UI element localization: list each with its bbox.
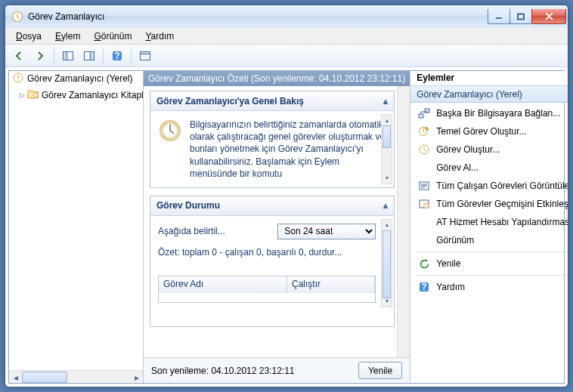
refresh-icon bbox=[418, 258, 430, 270]
view-icon bbox=[418, 234, 430, 246]
vertical-scrollbar[interactable] bbox=[397, 86, 410, 357]
action-label: Yenile bbox=[436, 258, 568, 269]
action-label: AT Hizmet Hesabı Yapılandırması bbox=[436, 217, 568, 227]
action-view[interactable]: Görünüm▶ bbox=[410, 231, 568, 249]
close-button[interactable] bbox=[531, 9, 566, 24]
status-period-select[interactable]: Son 24 saat bbox=[277, 224, 376, 239]
actions-group-label: Görev Zamanlayıcı (Yerel) bbox=[417, 89, 522, 100]
help-icon: ? bbox=[418, 281, 430, 293]
svg-text:?: ? bbox=[422, 282, 427, 292]
basic-icon bbox=[418, 125, 430, 137]
menu-view[interactable]: Görünüm bbox=[88, 29, 138, 43]
status-summary: Özet: toplam 0 - çalışan 0, başarılı 0, … bbox=[158, 247, 376, 258]
status-label: Aşağıda belirtil... bbox=[158, 226, 271, 236]
action-label: Tüm Çalışan Görevleri Görüntüle bbox=[436, 181, 568, 191]
collapse-icon[interactable]: ▴ bbox=[383, 200, 388, 211]
titlebar: Görev Zamanlayıcı bbox=[5, 5, 568, 28]
collapse-icon[interactable]: ▴ bbox=[383, 96, 388, 106]
scroll-right-icon[interactable]: ▸ bbox=[130, 371, 143, 384]
tree-root[interactable]: Görev Zamanlayıcı (Yerel) bbox=[9, 71, 143, 86]
minimize-button[interactable] bbox=[488, 9, 510, 24]
connect-icon bbox=[418, 107, 430, 119]
action-at[interactable]: AT Hizmet Hesabı Yapılandırması bbox=[410, 213, 568, 231]
window-buttons bbox=[488, 9, 566, 24]
tree-item-library[interactable]: ▷ Görev Zamanlayıcı Kitaplığı bbox=[9, 86, 143, 103]
overview-text: Bilgisayarınızın belirttiğiniz zamanlard… bbox=[190, 119, 386, 180]
refresh-button[interactable]: Yenile bbox=[358, 362, 402, 379]
summary-footer: Son yenileme: 04.10.2012 23:12:11 Yenile bbox=[144, 357, 410, 383]
overview-title: Görev Zamanlayıcı'ya Genel Bakış bbox=[156, 96, 304, 106]
toolbar-separator bbox=[103, 48, 104, 64]
actions-pane: Eylemler Görev Zamanlayıcı (Yerel) ▴ Baş… bbox=[410, 71, 568, 383]
scroll-down-icon[interactable]: ▾ bbox=[382, 296, 392, 307]
svg-rect-14 bbox=[419, 114, 423, 118]
summary-pane: Görev Zamanlayıcı Özeti (Son yenilenme: … bbox=[144, 71, 410, 383]
action-basic[interactable]: Temel Görev Oluştur... bbox=[410, 122, 568, 140]
svg-rect-3 bbox=[63, 51, 67, 60]
scroll-down-icon[interactable]: ▾ bbox=[382, 173, 392, 184]
scroll-thumb[interactable] bbox=[22, 372, 67, 383]
actions-separator bbox=[417, 275, 568, 276]
horizontal-scrollbar[interactable]: ◂ ▸ bbox=[9, 370, 143, 383]
scroll-left-icon[interactable]: ◂ bbox=[9, 371, 22, 384]
forward-button[interactable] bbox=[31, 47, 49, 65]
properties-button[interactable] bbox=[136, 47, 154, 65]
actions-separator bbox=[417, 252, 568, 252]
action-running[interactable]: Tüm Çalışan Görevleri Görüntüle bbox=[410, 177, 568, 195]
menu-help[interactable]: Yardım bbox=[139, 29, 180, 43]
scroll-thumb[interactable] bbox=[383, 230, 391, 298]
col-run[interactable]: Çalıştır bbox=[287, 276, 375, 293]
svg-rect-5 bbox=[91, 51, 94, 60]
toolbar-separator bbox=[54, 48, 54, 64]
app-window: Görev Zamanlayıcı Dosya Eylem Görünüm Ya… bbox=[5, 5, 568, 387]
maximize-button[interactable] bbox=[510, 9, 532, 24]
action-label: Temel Görev Oluştur... bbox=[436, 126, 568, 137]
help-button[interactable]: ? bbox=[108, 47, 126, 65]
status-panel: Görev Durumu ▴ Aşağıda belirtil... Son 2… bbox=[150, 196, 395, 327]
menu-file[interactable]: Dosya bbox=[10, 29, 48, 43]
create-icon bbox=[418, 144, 430, 156]
svg-rect-9 bbox=[141, 51, 150, 54]
col-task-name[interactable]: Görev Adı bbox=[159, 276, 287, 293]
toolbar: ? bbox=[5, 45, 568, 67]
app-icon bbox=[11, 11, 23, 23]
back-button[interactable] bbox=[10, 47, 28, 65]
scroll-up-icon[interactable]: ▴ bbox=[382, 115, 392, 125]
action-label: Görev Al... bbox=[436, 162, 568, 173]
panel-scrollbar[interactable]: ▴ ▾ bbox=[381, 219, 392, 307]
status-panel-header[interactable]: Görev Durumu ▴ bbox=[150, 196, 394, 216]
panel-scrollbar[interactable]: ▴ ▾ bbox=[381, 114, 392, 184]
clock-icon bbox=[12, 72, 24, 86]
action-refresh[interactable]: Yenile bbox=[410, 255, 568, 273]
task-grid: Görev Adı Çalıştır bbox=[158, 276, 376, 303]
overview-panel-header[interactable]: Görev Zamanlayıcı'ya Genel Bakış ▴ bbox=[150, 91, 394, 111]
action-help[interactable]: ?Yardım bbox=[410, 278, 568, 296]
running-icon bbox=[418, 180, 430, 192]
action-history[interactable]: Tüm Görevler Geçmişini Etkinleştir bbox=[410, 195, 568, 213]
actions-group-header[interactable]: Görev Zamanlayıcı (Yerel) ▴ bbox=[410, 86, 568, 103]
scroll-up-icon[interactable]: ▴ bbox=[382, 220, 392, 230]
main-splitter: Görev Zamanlayıcı (Yerel) ▷ Görev Zamanl… bbox=[8, 70, 565, 384]
history-icon bbox=[418, 198, 430, 210]
svg-text:?: ? bbox=[114, 51, 119, 61]
action-label: Görünüm bbox=[436, 235, 565, 245]
action-import[interactable]: Görev Al... bbox=[410, 159, 568, 177]
expand-icon[interactable]: ▷ bbox=[20, 91, 25, 99]
menubar: Dosya Eylem Görünüm Yardım bbox=[5, 28, 568, 45]
actions-list: Başka Bir Bilgisayara Bağlan...Temel Gör… bbox=[410, 103, 568, 383]
scroll-thumb[interactable] bbox=[383, 125, 391, 148]
show-hide-actions-button[interactable] bbox=[80, 47, 98, 65]
svg-rect-1 bbox=[518, 14, 524, 19]
menu-action[interactable]: Eylem bbox=[49, 29, 86, 43]
folder-icon bbox=[27, 88, 39, 102]
summary-scroll: Görev Zamanlayıcı'ya Genel Bakış ▴ Bilgi… bbox=[144, 86, 410, 357]
overview-body: Bilgisayarınızın belirttiğiniz zamanlard… bbox=[150, 111, 394, 187]
clock-icon bbox=[158, 119, 182, 143]
show-hide-tree-button[interactable] bbox=[59, 47, 77, 65]
action-connect[interactable]: Başka Bir Bilgisayara Bağlan... bbox=[410, 104, 568, 122]
tree-body: ▷ Görev Zamanlayıcı Kitaplığı bbox=[9, 86, 143, 370]
toolbar-separator bbox=[131, 48, 132, 64]
at-icon bbox=[418, 216, 430, 228]
import-icon bbox=[418, 162, 430, 174]
action-create[interactable]: Görev Oluştur... bbox=[410, 140, 568, 159]
